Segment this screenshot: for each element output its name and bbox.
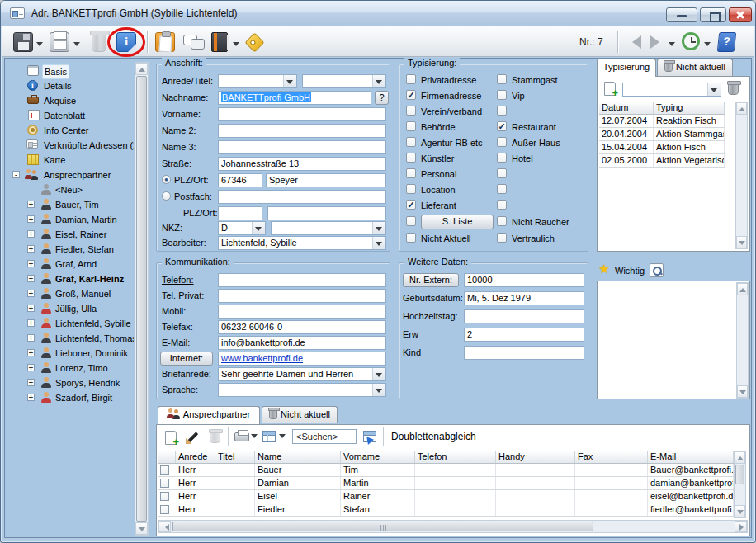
mobil-field[interactable] (218, 305, 386, 319)
field-help-button[interactable]: ? (375, 91, 389, 105)
wichtig-scrollbar[interactable] (736, 282, 749, 399)
add-contact-icon[interactable] (163, 431, 178, 446)
tag-icon[interactable] (244, 32, 264, 52)
checkbox-vip[interactable] (497, 90, 507, 100)
sidebar-contact-bauer[interactable]: + Bauer, Tim (7, 197, 134, 212)
column-anrede[interactable]: Anrede (176, 451, 215, 463)
save-dropdown-icon[interactable] (36, 40, 43, 47)
contact-row[interactable]: Herr Fiedler Stefan fiedler@bankettprofi… (158, 503, 734, 517)
scrollbar-thumb[interactable] (172, 522, 593, 531)
scroll-left-icon[interactable] (158, 521, 171, 532)
checkbox-lieferant[interactable]: ✓ (406, 200, 416, 210)
telefax-field[interactable]: 06232 60046-0 (218, 320, 386, 334)
postfach-field[interactable] (218, 190, 386, 204)
nkz2-select[interactable] (271, 221, 386, 235)
tab-typisierung[interactable]: Typisierung (597, 59, 656, 77)
checkbox-empty-3[interactable] (497, 184, 507, 194)
telefon-field[interactable] (218, 273, 386, 287)
email-field[interactable]: info@bankettprofi.de (218, 336, 386, 350)
sidebar-scrollbar[interactable] (135, 62, 149, 536)
scroll-up-icon[interactable] (736, 102, 747, 115)
edit-contact-icon[interactable] (185, 430, 200, 445)
nachname-label[interactable]: Nachname: (162, 91, 208, 104)
tree-expander[interactable]: + (27, 305, 35, 312)
export-grid-icon[interactable] (363, 431, 376, 442)
contacts-table-vscrollbar[interactable] (734, 451, 746, 518)
tree-expander[interactable]: + (27, 394, 35, 401)
sidebar-item-akquise[interactable]: Akquise (7, 93, 134, 108)
maximize-button[interactable] (700, 7, 726, 22)
column-telefon[interactable]: Telefon (415, 451, 496, 463)
typing-table-scrollbar[interactable] (735, 102, 748, 249)
sidebar-contact-neu[interactable]: <Neu> (7, 182, 134, 197)
tab-nicht-aktuell-contacts[interactable]: Nicht aktuell (262, 406, 338, 423)
checkbox-behoerde[interactable] (406, 121, 416, 131)
wichtig-notes[interactable] (597, 281, 750, 399)
row-checkbox[interactable] (160, 465, 169, 475)
contact-row[interactable]: Herr Eisel Rainer eisel@bankettprofi.de (158, 490, 734, 503)
close-button[interactable] (729, 7, 752, 22)
column-fax[interactable]: Fax (575, 451, 648, 463)
add-typing-icon[interactable] (602, 82, 617, 97)
print-dropdown-icon[interactable] (73, 40, 80, 47)
column-email[interactable]: E-Mail (648, 451, 734, 463)
sidebar-item-datenblatt[interactable]: Datenblatt (7, 108, 134, 123)
checkbox-ausser-haus[interactable] (497, 137, 507, 147)
internet-button[interactable]: Internet: (160, 352, 213, 366)
scrollbar-thumb[interactable] (136, 76, 147, 522)
history-icon[interactable] (682, 32, 700, 50)
plz-field[interactable]: 67346 (218, 173, 262, 187)
row-checkbox[interactable] (160, 492, 169, 501)
tab-nicht-aktuell[interactable]: Nicht aktuell (657, 59, 733, 76)
checkbox-empty-2[interactable] (497, 168, 507, 178)
telefon-label[interactable]: Telefon: (162, 273, 194, 286)
checkbox-s-liste[interactable] (406, 216, 416, 226)
sidebar-contact-juellig[interactable]: + Jüllig, Ulla (7, 301, 134, 316)
tree-expander[interactable]: + (27, 379, 35, 386)
grid-view-icon[interactable] (262, 431, 276, 442)
print-icon[interactable] (50, 32, 69, 52)
sidebar-contact-graf-karl-heinz[interactable]: + Graf, Karl-Heinz (7, 272, 134, 286)
doubletten-button[interactable]: Doublettenabgleich (391, 431, 476, 442)
sidebar-contact-damian[interactable]: + Damian, Martin (7, 212, 134, 227)
titel-select[interactable] (302, 74, 386, 88)
tree-expander[interactable]: + (27, 275, 35, 282)
delete-typing-icon[interactable] (728, 83, 739, 95)
postfach-plz-field[interactable] (218, 206, 262, 220)
sidebar-contact-fiedler[interactable]: + Fiedler, Stefan (7, 242, 134, 257)
contacts-table-hscrollbar[interactable] (158, 520, 748, 533)
checkbox-nicht-aktuell[interactable] (406, 233, 416, 243)
scroll-up-icon[interactable] (737, 283, 748, 295)
address-book-icon[interactable] (211, 32, 228, 52)
vorname-field[interactable] (218, 107, 386, 121)
name3-field[interactable] (218, 140, 386, 154)
checkbox-kuenstler[interactable] (406, 153, 416, 163)
tree-expander[interactable]: + (27, 290, 35, 297)
contact-row[interactable]: Herr Damian Martin damian@bankettprofi.d… (158, 477, 734, 490)
sprache-select[interactable] (218, 383, 386, 397)
postfach-radio[interactable] (162, 191, 171, 201)
scroll-down-icon[interactable] (736, 236, 747, 248)
minimize-button[interactable] (666, 7, 697, 22)
grid-dropdown-icon[interactable] (279, 432, 286, 439)
column-vorname[interactable]: Vorname (341, 451, 415, 463)
sidebar-contact-gross[interactable]: + Groß, Manuel (7, 286, 134, 301)
tree-expander[interactable]: + (27, 260, 35, 267)
column-titel[interactable]: Titel (215, 451, 255, 463)
scroll-down-icon[interactable] (735, 505, 745, 517)
postfach-ort-field[interactable] (267, 206, 386, 220)
internet-field[interactable]: www.bankettprofi.de (218, 352, 386, 366)
search-input[interactable]: <Suchen> (292, 429, 357, 444)
plzort-radio[interactable]: ● (162, 175, 171, 184)
print-dropdown-icon[interactable] (251, 432, 258, 439)
column-typing[interactable]: Typing (654, 102, 725, 114)
checkbox-restaurant[interactable]: ✓ (497, 121, 507, 131)
column-datum[interactable]: Datum (599, 102, 654, 114)
tel-privat-field[interactable] (218, 289, 386, 303)
anrede-select[interactable] (218, 74, 297, 88)
sidebar-contact-lichtenfeld-sybille[interactable]: + Lichtenfeld, Sybille (7, 316, 134, 331)
scroll-up-icon[interactable] (135, 63, 148, 75)
sidebar-contact-eisel[interactable]: + Eisel, Rainer (7, 227, 134, 242)
sidebar-item-info-center[interactable]: Info Center (7, 123, 134, 138)
checkbox-vertraulich[interactable] (497, 233, 507, 243)
